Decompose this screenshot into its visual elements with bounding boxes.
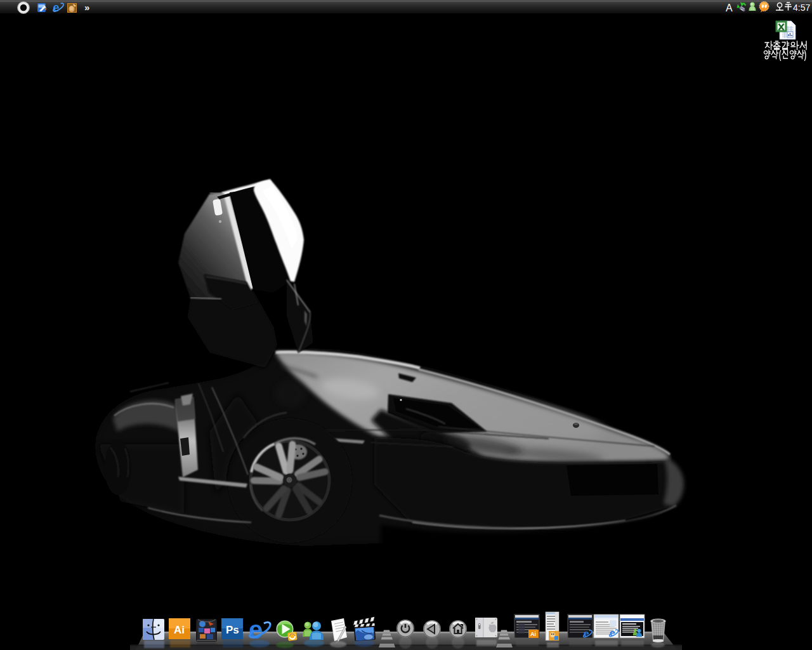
- svg-text:A: A: [726, 3, 733, 13]
- svg-text:e: e: [249, 616, 263, 644]
- svg-text:»: »: [84, 2, 89, 13]
- svg-text:Ai: Ai: [174, 624, 185, 636]
- svg-text:e: e: [53, 1, 60, 14]
- svg-text:Ps: Ps: [226, 624, 239, 636]
- svg-text:4:57: 4:57: [793, 3, 810, 13]
- svg-text:Ai: Ai: [530, 631, 536, 637]
